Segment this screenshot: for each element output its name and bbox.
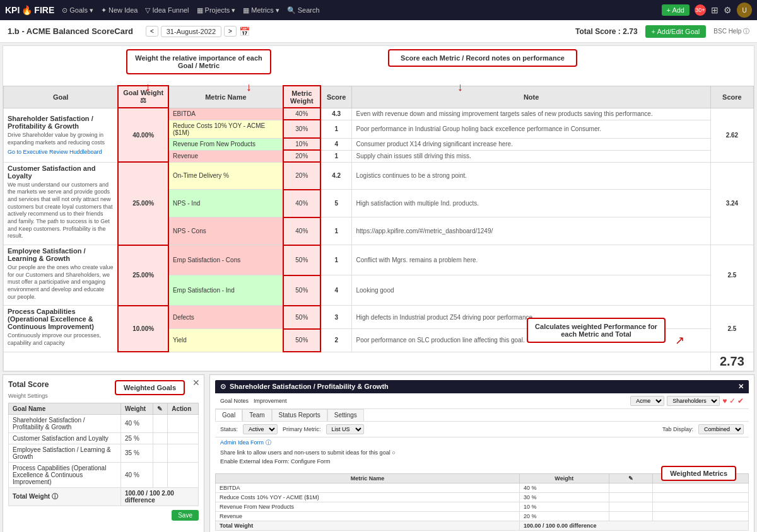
metric-weight-cell[interactable]: 20%	[283, 162, 320, 190]
metric-weight-cell[interactable]: 50%	[283, 275, 320, 306]
table-row: Customer Satisfaction and Loyalty We mus…	[4, 162, 754, 190]
tab-team[interactable]: Team	[242, 409, 271, 421]
metric-weight-cell[interactable]: 50%	[283, 329, 320, 352]
score-cell[interactable]: 4	[320, 138, 352, 150]
goal-cell-2: Customer Satisfaction and Loyalty We mus…	[4, 162, 119, 245]
note-cell: Poor performance in Industrial Group hol…	[352, 120, 710, 138]
date-prev-button[interactable]: <	[146, 26, 158, 37]
nav-idea-funnel[interactable]: ▽ Idea Funnel	[145, 6, 189, 14]
col-header-goal-weight: Goal Weight ⚖	[118, 86, 168, 108]
metric-cell: Yield	[168, 329, 283, 352]
goal-weight-2[interactable]: 25.00%	[118, 162, 168, 245]
total-score-panel: ✕ Total Score Weight Settings Weighted G…	[3, 374, 204, 532]
note-cell: Poor performance on SLC production line …	[352, 329, 710, 352]
shareholder-select[interactable]: Shareholders	[667, 396, 720, 406]
nav-goals[interactable]: ⊙ Goals ▾	[62, 6, 93, 14]
total-weight-row: Total Weight 100.00 / 100 0.00 differenc…	[216, 521, 749, 530]
weight-cell: 35 %	[120, 444, 153, 462]
metric-weight-cell[interactable]: 40%	[283, 108, 320, 120]
grid-icon[interactable]: ⊞	[711, 5, 719, 15]
scorecard-table: Goal Goal Weight ⚖ Metric Name Metric We…	[3, 85, 754, 371]
goal-weight-3[interactable]: 25.00%	[118, 245, 168, 306]
total-weight-row: Total Weight ⓘ 100.00 / 100 2.00 differe…	[9, 487, 199, 506]
tab-display-select[interactable]: Combined	[698, 424, 744, 434]
goal-link-1[interactable]: Go to Executive Review Huddleboard	[8, 149, 114, 155]
metric-weight-cell[interactable]: 40%	[283, 217, 320, 245]
col-header-metric-name: Metric Name	[168, 86, 283, 108]
nav-metrics[interactable]: ▦ Metrics ▾	[243, 6, 279, 14]
goal-notes-label: Goal Notes	[220, 398, 249, 404]
goal-cell-3: Employee Satisfaction / Learning & Growt…	[4, 245, 119, 306]
goal-weight-4[interactable]: 10.00%	[118, 306, 168, 352]
total-value: 100.00 / 100 2.00 difference	[120, 487, 198, 506]
panel-close-button[interactable]: ✕	[192, 378, 200, 388]
goal-weight-1[interactable]: 40.00%	[118, 108, 168, 162]
metric-weight-cell[interactable]: 50%	[283, 245, 320, 275]
goal-name-4: Process Capabilities (Operational Excell…	[8, 308, 114, 330]
goal-score-4: 2.5	[710, 306, 753, 352]
score-cell[interactable]: 2	[320, 329, 352, 352]
metric-cell: Revenue From New Products	[168, 138, 283, 150]
weight-cell: 40 %	[120, 414, 153, 432]
metric-weight-cell: 20 %	[520, 511, 609, 521]
score-callout: Score each Metric / Record notes on perf…	[388, 49, 577, 67]
goal-name-cell: Shareholder Satisfaction / Profitability…	[9, 414, 121, 432]
team-select[interactable]: Acme	[630, 396, 664, 406]
list-item: Process Capabilities (Operational Excell…	[9, 462, 199, 487]
tab-display-label: Tab Display:	[662, 426, 693, 432]
status-filter-select[interactable]: Active	[243, 424, 278, 434]
bsc-help-link[interactable]: BSC Help ⓘ	[713, 27, 749, 36]
nav-search[interactable]: 🔍 Search	[287, 6, 320, 14]
save-button[interactable]: Save	[172, 510, 199, 521]
table-row: Employee Satisfaction / Learning & Growt…	[4, 245, 754, 275]
fire-text: FIRE	[34, 5, 54, 15]
score-cell[interactable]: 5	[320, 190, 352, 217]
nav-new-idea[interactable]: ✦ New Idea	[101, 6, 138, 14]
metric-name-cell: EBITDA	[216, 483, 520, 492]
share-text: Share link to allow users and non-users …	[220, 449, 396, 456]
tab-settings[interactable]: Settings	[327, 409, 364, 421]
list-item: Employee Satisfaction / Learning & Growt…	[9, 444, 199, 462]
nav-projects[interactable]: ▦ Projects ▾	[197, 6, 236, 14]
metric-cell: Emp Satisfaction - Cons	[168, 245, 283, 275]
metric-name-cell: Reduce Costs 10% YOY - ACME ($1M)	[216, 492, 520, 502]
score-cell[interactable]: 1	[320, 150, 352, 162]
nav-add-button[interactable]: + Add	[662, 4, 690, 16]
panel-header: ⊙ Shareholder Satisfaction / Profitabili…	[215, 380, 749, 393]
table-row: Process Capabilities (Operational Excell…	[4, 306, 754, 329]
add-edit-goal-button[interactable]: + Add/Edit Goal	[645, 25, 707, 38]
date-next-button[interactable]: >	[224, 26, 237, 37]
list-item: Customer Satisfaction and Loyalty 25 %	[9, 432, 199, 444]
shareholder-panel: ⊙ Shareholder Satisfaction / Profitabili…	[209, 374, 754, 532]
score-cell[interactable]: 4.2	[320, 162, 352, 190]
metric-cell: Reduce Costs 10% YOY - ACME ($1M)	[168, 120, 283, 138]
user-avatar[interactable]: U	[737, 3, 752, 18]
goal-desc-3: Our people are the ones who create value…	[8, 264, 114, 301]
score-cell[interactable]: 1	[320, 217, 352, 245]
score-cell[interactable]: 4	[320, 275, 352, 306]
panel-close-right[interactable]: ✕	[738, 383, 744, 391]
tab-status-reports[interactable]: Status Reports	[272, 409, 327, 421]
col-edit: ✎	[609, 473, 652, 483]
score-cell[interactable]: 3	[320, 306, 352, 329]
score-cell[interactable]: 1	[320, 245, 352, 275]
primary-metric-select[interactable]: List US	[326, 424, 364, 434]
score-cell[interactable]: 4.3	[320, 108, 352, 120]
action-icons: ♥ ✓ ✔	[722, 396, 744, 405]
metric-weight-cell[interactable]: 40%	[283, 190, 320, 217]
table-row: Shareholder Satisfaction / Profitability…	[4, 108, 754, 120]
note-cell: Consumer product X14 driving significant…	[352, 138, 710, 150]
metric-weight-cell[interactable]: 10%	[283, 138, 320, 150]
calendar-icon[interactable]: 📅	[239, 26, 250, 37]
total-label: Total Weight ⓘ	[9, 487, 121, 506]
gear-icon[interactable]: ⚙	[724, 5, 732, 15]
admin-form-link[interactable]: Admin Idea Form ⓘ	[220, 439, 271, 447]
tab-goal[interactable]: Goal	[215, 409, 242, 421]
note-cell: High satisfaction with multiple Ind. pro…	[352, 190, 710, 217]
weighted-metrics-table: Metric Name Weight ✎ Actions EBITDA 40 %…	[215, 473, 749, 531]
metric-weight-cell[interactable]: 30%	[283, 120, 320, 138]
metric-weight-cell[interactable]: 50%	[283, 306, 320, 329]
score-cell[interactable]: 1	[320, 120, 352, 138]
metric-weight-cell[interactable]: 20%	[283, 150, 320, 162]
total-weight-value: 100.00 / 100 0.00 difference	[520, 521, 749, 530]
